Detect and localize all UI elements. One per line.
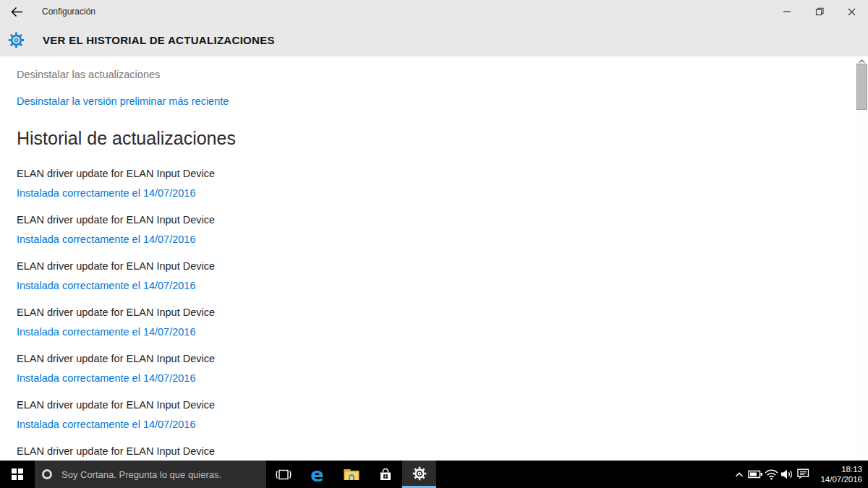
taskbar: Soy Cortana. Pregunta lo que quieras. e — [0, 461, 868, 488]
update-title: ELAN driver update for ELAN Input Device — [17, 166, 215, 181]
store-button[interactable] — [368, 461, 402, 488]
update-title: ELAN driver update for ELAN Input Device — [17, 259, 215, 273]
update-status-link[interactable]: Instalada correctamente el 14/07/2016 — [17, 417, 215, 432]
system-tray: 18:13 14/07/2016 — [731, 461, 868, 488]
notification-icon — [797, 468, 809, 480]
update-title: ELAN driver update for ELAN Input Device — [17, 398, 215, 412]
minimize-icon — [783, 8, 791, 15]
battery-icon — [748, 470, 763, 479]
clock-time: 18:13 — [816, 464, 862, 474]
settings-taskbar-button[interactable] — [402, 461, 436, 488]
taskbar-clock[interactable]: 18:13 14/07/2016 — [816, 464, 862, 484]
minimize-button[interactable] — [770, 0, 803, 23]
cortana-search-box[interactable]: Soy Cortana. Pregunta lo que quieras. — [35, 461, 266, 488]
update-status-link[interactable]: Instalada correctamente el 14/07/2016 — [17, 186, 215, 200]
update-status-link[interactable]: Instalada correctamente el 14/07/2016 — [17, 278, 215, 293]
history-heading: Historial de actualizaciones — [17, 128, 236, 149]
task-view-icon — [276, 469, 292, 480]
gear-icon — [412, 466, 427, 481]
uninstall-updates-link[interactable]: Desinstalar las actualizaciones — [17, 69, 160, 80]
folder-icon — [344, 468, 359, 481]
edge-browser-button[interactable]: e — [300, 461, 334, 488]
edge-icon: e — [310, 465, 323, 484]
start-button[interactable] — [0, 461, 35, 488]
update-item: ELAN driver update for ELAN Input Device… — [17, 351, 215, 385]
update-status-link[interactable]: Instalada correctamente el 14/07/2016 — [17, 325, 215, 339]
cortana-icon — [42, 469, 52, 479]
update-title: ELAN driver update for ELAN Input Device — [17, 351, 215, 366]
update-item: ELAN driver update for ELAN Input Device… — [17, 213, 215, 247]
restore-button[interactable] — [803, 0, 835, 23]
task-view-button[interactable] — [266, 461, 300, 488]
update-title: ELAN driver update for ELAN Input Device — [17, 305, 215, 320]
update-item: ELAN driver update for ELAN Input Device… — [17, 398, 215, 432]
update-item: ELAN driver update for ELAN Input Device… — [17, 166, 215, 200]
settings-window: Configuración — [0, 0, 868, 488]
update-item: ELAN driver update for ELAN Input Device… — [17, 259, 215, 293]
wifi-icon — [765, 469, 778, 480]
window-title: Configuración — [42, 7, 95, 17]
settings-gear-icon — [8, 32, 25, 48]
close-icon — [848, 8, 856, 16]
clock-date: 14/07/2016 — [816, 474, 862, 484]
top-header-area: Configuración — [0, 0, 868, 56]
speaker-icon — [780, 469, 794, 479]
update-status-link[interactable]: Instalada correctamente el 14/07/2016 — [17, 232, 215, 247]
close-button[interactable] — [835, 0, 868, 23]
scrollbar-thumb[interactable] — [856, 64, 867, 110]
windows-logo-icon — [12, 468, 23, 480]
update-title: ELAN driver update for ELAN Input Device — [17, 444, 215, 458]
file-explorer-button[interactable] — [334, 461, 368, 488]
back-button[interactable] — [0, 0, 33, 23]
back-arrow-icon — [11, 7, 23, 17]
action-center-button[interactable] — [795, 461, 811, 488]
titlebar: Configuración — [0, 0, 868, 23]
battery-button[interactable] — [747, 461, 763, 488]
window-controls — [770, 0, 868, 23]
store-bag-icon — [379, 468, 392, 481]
tray-expand-button[interactable] — [731, 461, 747, 488]
uninstall-preview-link[interactable]: Desinstalar la versión preliminar más re… — [17, 95, 229, 107]
chevron-up-icon — [735, 472, 744, 477]
content-area: Desinstalar las actualizaciones Desinsta… — [0, 56, 868, 461]
volume-button[interactable] — [779, 461, 795, 488]
wifi-button[interactable] — [763, 461, 779, 488]
update-title: ELAN driver update for ELAN Input Device — [17, 213, 215, 227]
scrollbar[interactable] — [856, 56, 868, 461]
restore-icon — [815, 7, 824, 16]
page-title: VER EL HISTORIAL DE ACTUALIZACIONES — [43, 34, 275, 46]
search-placeholder: Soy Cortana. Pregunta lo que quieras. — [61, 469, 221, 480]
update-item: ELAN driver update for ELAN Input Device… — [17, 305, 215, 339]
update-status-link[interactable]: Instalada correctamente el 14/07/2016 — [17, 371, 215, 385]
update-list: ELAN driver update for ELAN Input Device… — [17, 166, 215, 461]
page-header: VER EL HISTORIAL DE ACTUALIZACIONES — [0, 23, 868, 56]
update-item: ELAN driver update for ELAN Input Device — [17, 444, 215, 458]
